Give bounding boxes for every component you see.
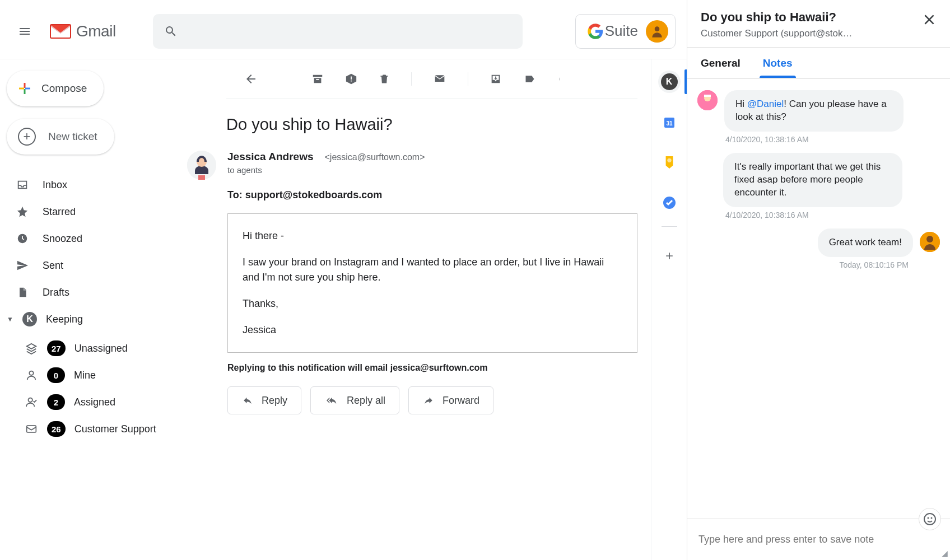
sidebar-item-inbox[interactable]: Inbox — [0, 171, 179, 198]
unassigned-count: 27 — [47, 340, 66, 356]
gmail-logo[interactable]: Gmail — [49, 22, 116, 40]
sidebar-item-starred[interactable]: Starred — [0, 198, 179, 225]
note-text: Hi @Daniel! Can you please have a look a… — [724, 90, 904, 132]
move-to-inbox-button[interactable] — [490, 73, 502, 85]
rail-keeping[interactable]: K — [658, 71, 681, 93]
rail-add[interactable] — [658, 245, 681, 267]
note-avatar — [920, 232, 940, 252]
body-p3: Thanks, — [243, 296, 622, 311]
email-subject: Do you ship to Hawaii? — [226, 115, 637, 134]
person-check-icon — [25, 396, 38, 408]
labels-button[interactable] — [523, 73, 537, 85]
sidebar-item-customer-support[interactable]: 26 Customer Support — [0, 416, 179, 442]
assigned-label: Assigned — [74, 396, 115, 408]
svg-point-24 — [924, 514, 935, 525]
mine-label: Mine — [74, 370, 96, 381]
inbox-icon — [16, 178, 29, 192]
svg-point-12 — [560, 80, 560, 80]
panel-close-button[interactable] — [920, 10, 939, 29]
note-timestamp: 4/10/2020, 10:38:16 AM — [725, 135, 940, 144]
mark-unread-button[interactable] — [433, 73, 446, 85]
mine-count: 0 — [47, 367, 65, 383]
sent-label: Sent — [43, 260, 63, 272]
gsuite-badge[interactable]: Suite — [575, 14, 676, 49]
person-icon — [650, 24, 664, 39]
note-item: Hi @Daniel! Can you please have a look a… — [697, 90, 940, 132]
delete-button[interactable] — [379, 73, 390, 85]
avatar-female-icon — [187, 151, 216, 180]
resize-grip-icon[interactable]: ◢ — [942, 549, 948, 558]
layers-icon — [25, 342, 38, 354]
forward-button[interactable]: Forward — [408, 386, 493, 414]
archive-button[interactable] — [311, 73, 324, 85]
assigned-count: 2 — [47, 394, 65, 410]
tab-notes[interactable]: Notes — [763, 49, 793, 77]
reply-button[interactable]: Reply — [227, 386, 301, 414]
addon-rail: K 31 — [651, 59, 687, 560]
separator — [468, 72, 468, 86]
report-spam-button[interactable] — [345, 73, 357, 85]
smile-icon — [923, 512, 937, 526]
new-ticket-label: New ticket — [48, 130, 97, 143]
reply-label: Reply — [262, 395, 287, 407]
more-button[interactable] — [558, 73, 561, 85]
gsuite-logo: Suite — [587, 22, 638, 40]
drafts-label: Drafts — [43, 287, 69, 298]
gmail-header: Gmail Suite — [0, 3, 687, 59]
mention[interactable]: @Daniel — [747, 99, 784, 109]
emoji-button[interactable] — [919, 508, 941, 530]
sender-to: to agents — [227, 165, 637, 175]
note-timestamp: 4/10/2020, 10:38:16 AM — [725, 211, 940, 220]
forward-icon — [422, 395, 435, 405]
reply-notice: Replying to this notification will email… — [227, 363, 637, 373]
tasks-icon — [663, 196, 676, 209]
tab-general[interactable]: General — [701, 49, 741, 77]
search-icon — [164, 25, 178, 38]
reply-icon — [241, 395, 254, 405]
sidebar-item-snoozed[interactable]: Snoozed — [0, 225, 179, 252]
svg-point-26 — [931, 517, 933, 519]
email-toolbar — [226, 59, 637, 99]
rail-keep[interactable] — [658, 151, 681, 174]
svg-point-25 — [928, 517, 929, 519]
compose-button[interactable]: Compose — [7, 71, 104, 106]
panel-title: Do you ship to Hawaii? — [701, 10, 914, 25]
sidebar-item-drafts[interactable]: Drafts — [0, 279, 179, 306]
rail-active-indicator — [684, 69, 687, 94]
account-avatar[interactable] — [646, 20, 668, 43]
search-bar[interactable] — [153, 14, 523, 49]
new-ticket-button[interactable]: + New ticket — [7, 119, 114, 155]
unassigned-label: Unassigned — [74, 343, 128, 354]
rail-tasks[interactable] — [658, 192, 681, 214]
sidebar-item-sent[interactable]: Sent — [0, 252, 179, 279]
sidebar-item-unassigned[interactable]: 27 Unassigned — [0, 335, 179, 362]
file-icon — [16, 286, 29, 299]
body-p1: Hi there - — [243, 228, 622, 244]
rail-calendar[interactable]: 31 — [658, 111, 681, 133]
panel-subtitle: Customer Support (support@stok… — [701, 28, 914, 39]
reply-all-button[interactable]: Reply all — [310, 386, 399, 414]
sender-avatar[interactable] — [187, 151, 216, 180]
plus-multicolor-icon — [18, 82, 31, 95]
sidebar-item-keeping[interactable]: ▼ K Keeping — [0, 306, 179, 333]
hamburger-icon — [18, 25, 31, 38]
svg-point-1 — [655, 26, 660, 31]
svg-text:31: 31 — [666, 120, 673, 127]
svg-rect-21 — [704, 95, 711, 97]
body-p2: I saw your brand on Instagram and I want… — [243, 255, 622, 285]
note-timestamp: Today, 08:10:16 PM — [697, 260, 909, 269]
svg-point-7 — [29, 371, 33, 375]
back-button[interactable] — [244, 72, 258, 86]
rail-separator — [662, 226, 677, 227]
main-menu-button[interactable] — [11, 18, 38, 45]
svg-point-11 — [560, 78, 560, 79]
keeping-label: Keeping — [46, 314, 83, 325]
email-to-line: To: support@stokedboards.com — [227, 189, 637, 201]
keeping-rail-icon: K — [661, 73, 678, 90]
sidebar-item-mine[interactable]: 0 Mine — [0, 362, 179, 389]
note-input[interactable] — [698, 534, 939, 545]
customer-support-label: Customer Support — [74, 423, 156, 435]
sidebar-item-assigned[interactable]: 2 Assigned — [0, 389, 179, 416]
notes-feed: Hi @Daniel! Can you please have a look a… — [687, 79, 950, 519]
close-icon — [922, 12, 937, 27]
